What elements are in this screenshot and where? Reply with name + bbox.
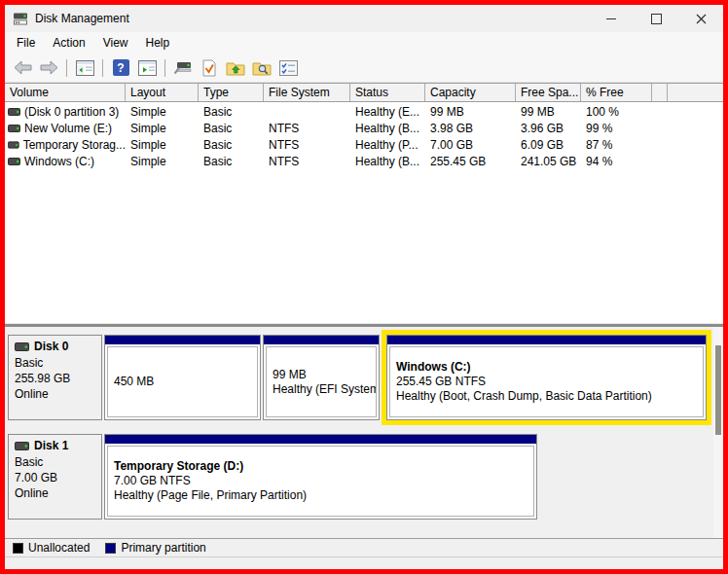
volume-status: Healthy (P... [350, 138, 425, 152]
toolbar: ? [5, 54, 723, 83]
toolbar-separator [164, 59, 165, 77]
disk-management-app-icon [13, 12, 28, 25]
action-pane-button[interactable] [135, 57, 159, 79]
partition-temporary-storage-d[interactable]: Temporary Storage (D:) 7.00 GB NTFS Heal… [104, 434, 537, 520]
maximize-icon [651, 14, 662, 24]
volume-name: New Volume (E:) [24, 122, 112, 135]
volume-icon [8, 125, 20, 132]
primary-partition-swatch [105, 543, 116, 554]
disk1-info-panel[interactable]: Disk 1 Basic 7.00 GB Online [8, 434, 102, 520]
disk0-info-panel[interactable]: Disk 0 Basic 255.98 GB Online [8, 335, 102, 420]
show-action-pane-icon [138, 60, 157, 76]
volume-pct-free: 94 % [581, 155, 652, 168]
partition-color-bar [105, 435, 536, 444]
volume-layout: Simple [126, 122, 199, 135]
disk-view-icon [173, 59, 193, 76]
window-title: Disk Management [35, 12, 129, 25]
volume-name: (Disk 0 partition 3) [24, 105, 119, 119]
disk-kind: Basic [15, 455, 101, 470]
column-header-capacity[interactable]: Capacity [425, 84, 516, 101]
title-bar: Disk Management [5, 5, 723, 32]
column-header-type[interactable]: Type [199, 84, 264, 101]
folder-up-icon [226, 60, 245, 76]
disk-name: Disk 0 [34, 340, 68, 353]
volume-capacity: 255.45 GB [425, 155, 516, 168]
volume-file-system: NTFS [264, 138, 350, 152]
volume-status: Healthy (B... [350, 122, 425, 135]
partition-recovery-450mb[interactable]: 450 MB [104, 335, 261, 420]
menu-view[interactable]: View [94, 32, 137, 54]
legend-label: Primary partition [121, 541, 205, 555]
menu-file[interactable]: File [8, 32, 44, 54]
folder-up-button[interactable] [224, 57, 247, 79]
disk-status: Online [15, 486, 101, 501]
help-button[interactable]: ? [109, 57, 132, 79]
column-header-blank [668, 84, 723, 101]
volume-name: Temporary Storag... [23, 138, 126, 152]
unallocated-swatch [13, 543, 23, 554]
column-header-volume[interactable]: Volume [5, 84, 126, 101]
legend-primary-partition: Primary partition [105, 541, 205, 555]
volume-capacity: 3.98 GB [425, 122, 516, 135]
scrollbar-thumb[interactable] [715, 345, 721, 435]
forward-button[interactable] [37, 57, 60, 79]
partition-color-bar [105, 336, 260, 344]
help-icon: ? [113, 59, 129, 76]
folder-search-icon [252, 60, 272, 76]
volume-table-header: Volume Layout Type File System Status Ca… [5, 83, 723, 102]
volume-row-disk0-partition3[interactable]: (Disk 0 partition 3) Simple Basic Health… [5, 103, 723, 120]
status-strip [5, 556, 723, 569]
legend-bar: Unallocated Primary partition [5, 538, 723, 556]
column-header-file-system[interactable]: File System [264, 84, 350, 101]
check-document-button[interactable] [198, 57, 221, 79]
volume-icon [8, 158, 20, 165]
volume-row-new-volume-e[interactable]: New Volume (E:) Simple Basic NTFS Health… [5, 120, 723, 136]
volume-row-windows-c[interactable]: Windows (C:) Simple Basic NTFS Healthy (… [5, 153, 723, 169]
volume-pct-free: 87 % [581, 138, 652, 152]
highlight-box: Windows (C:) 255.45 GB NTFS Healthy (Boo… [382, 330, 711, 425]
volume-free-space: 3.96 GB [516, 122, 581, 135]
volume-file-system: NTFS [264, 155, 350, 168]
volume-free-space: 6.09 GB [516, 138, 581, 152]
volume-layout: Simple [126, 105, 199, 119]
volume-type: Basic [199, 122, 264, 135]
volume-file-system: NTFS [264, 122, 350, 135]
volume-free-space: 99 MB [516, 105, 581, 119]
partition-size: 450 MB [114, 375, 257, 389]
volume-row-temporary-storage[interactable]: Temporary Storag... Simple Basic NTFS He… [5, 136, 723, 153]
partition-label: Windows (C:) [396, 360, 703, 375]
maximize-button[interactable] [634, 5, 678, 32]
minimize-button[interactable] [589, 5, 634, 32]
column-header-status[interactable]: Status [350, 84, 425, 101]
volume-name: Windows (C:) [24, 155, 94, 168]
partition-windows-c[interactable]: Windows (C:) 255.45 GB NTFS Healthy (Boo… [386, 335, 707, 420]
volume-type: Basic [199, 105, 264, 119]
disk-kind: Basic [15, 356, 101, 371]
volume-icon [8, 141, 19, 149]
column-header-free-space[interactable]: Free Spa... [516, 84, 581, 101]
partition-status: Healthy (EFI System [273, 382, 376, 397]
menu-help[interactable]: Help [137, 32, 179, 54]
view-options-button[interactable] [276, 57, 300, 79]
partition-efi-99mb[interactable]: 99 MB Healthy (EFI System [263, 335, 380, 420]
legend-unallocated: Unallocated [13, 541, 90, 555]
menu-action[interactable]: Action [44, 32, 93, 54]
disk-name: Disk 1 [34, 439, 68, 452]
volume-status: Healthy (B... [350, 155, 425, 168]
minimize-icon [606, 18, 616, 19]
console-tree-icon [76, 60, 94, 76]
partition-size: 99 MB [273, 368, 376, 382]
volume-pct-free: 100 % [581, 105, 652, 119]
volume-layout: Simple [126, 138, 199, 152]
column-header-layout[interactable]: Layout [126, 84, 199, 101]
close-button[interactable] [678, 5, 723, 32]
close-icon [696, 14, 707, 24]
folder-search-button[interactable] [250, 57, 273, 79]
back-button[interactable] [11, 57, 34, 79]
vertical-scrollbar[interactable] [713, 327, 723, 538]
disk-view-button[interactable] [171, 57, 195, 79]
volume-free-space: 241.05 GB [516, 155, 581, 168]
volume-layout: Simple [126, 155, 199, 168]
column-header-pct-free[interactable]: % Free [581, 84, 652, 101]
console-tree-button[interactable] [73, 57, 96, 79]
